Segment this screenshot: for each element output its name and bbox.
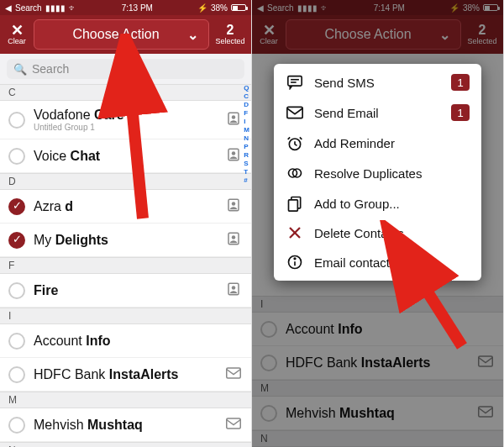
contact-row[interactable]: My Delights bbox=[0, 224, 251, 257]
select-radio[interactable] bbox=[8, 417, 25, 434]
choose-action-button[interactable]: Choose Action ⌄ bbox=[286, 19, 461, 50]
contact-name: My Delights bbox=[34, 233, 224, 248]
contact-row[interactable]: Voice Chat bbox=[0, 139, 251, 173]
section-header: M bbox=[0, 392, 251, 408]
signal-icon: ▮▮▮▮ bbox=[297, 3, 318, 13]
section-header: N bbox=[0, 442, 251, 447]
contact-row[interactable]: Mehvish Mushtaq bbox=[0, 408, 251, 442]
choose-action-label: Choose Action bbox=[324, 27, 411, 42]
index-letter[interactable]: N bbox=[244, 134, 249, 142]
email-icon bbox=[286, 106, 304, 119]
select-radio[interactable] bbox=[8, 112, 25, 129]
contact-row[interactable]: HDFC Bank InstaAlerts bbox=[252, 346, 503, 380]
chevron-down-icon: ⌄ bbox=[439, 27, 450, 43]
index-letter[interactable]: M bbox=[244, 126, 249, 134]
selected-count-button[interactable]: 2 Selected bbox=[466, 24, 498, 45]
select-radio[interactable] bbox=[260, 405, 277, 422]
menu-item-info[interactable]: Email contacts info... bbox=[274, 247, 481, 277]
info-icon bbox=[286, 254, 304, 271]
svg-rect-14 bbox=[479, 356, 493, 366]
contact-type-icon bbox=[224, 281, 243, 300]
contact-type-icon bbox=[476, 355, 495, 371]
section-header: C bbox=[0, 84, 251, 101]
index-letter[interactable]: D bbox=[244, 101, 249, 108]
section-header: D bbox=[0, 173, 251, 190]
menu-item-group[interactable]: Add to Group... bbox=[274, 188, 481, 218]
contact-name: HDFC Bank InstaAlerts bbox=[34, 367, 224, 382]
battery-pct: 38% bbox=[463, 3, 480, 13]
menu-item-email[interactable]: Send Email1 bbox=[274, 97, 481, 128]
menu-item-reminder[interactable]: Add Reminder bbox=[274, 128, 481, 158]
contact-row[interactable]: HDFC Bank InstaAlerts bbox=[0, 358, 251, 392]
contact-row[interactable]: Mehvish Mushtaq bbox=[252, 397, 503, 430]
index-letter[interactable]: S bbox=[244, 160, 249, 167]
index-strip[interactable]: QCDFIMNPRST# bbox=[244, 84, 249, 184]
back-chevron-icon[interactable]: ◀ bbox=[257, 3, 264, 13]
select-radio[interactable] bbox=[8, 366, 25, 383]
index-letter[interactable]: C bbox=[244, 92, 249, 100]
svg-rect-18 bbox=[288, 76, 302, 86]
search-bar: 🔍 Search bbox=[0, 54, 251, 84]
action-menu: Send SMS1Send Email1Add ReminderResolve … bbox=[274, 64, 481, 281]
select-radio[interactable] bbox=[260, 355, 277, 371]
svg-point-5 bbox=[232, 202, 236, 206]
section-header: M bbox=[252, 380, 503, 397]
menu-item-sms[interactable]: Send SMS1 bbox=[274, 67, 481, 97]
contact-row[interactable]: Account Info bbox=[252, 313, 503, 346]
clear-button[interactable]: ✕ Clear bbox=[257, 24, 281, 45]
contact-name: Voice Chat bbox=[34, 149, 224, 164]
svg-rect-10 bbox=[227, 368, 241, 378]
contact-name: Mehvish Mushtaq bbox=[286, 406, 476, 421]
selected-count-button[interactable]: 2 Selected bbox=[214, 24, 246, 45]
status-back-label[interactable]: Search bbox=[267, 3, 294, 13]
menu-item-label: Resolve Duplicates bbox=[314, 166, 422, 181]
index-letter[interactable]: # bbox=[244, 176, 249, 184]
selected-count: 2 bbox=[214, 24, 246, 37]
battery-pct: 38% bbox=[211, 3, 228, 13]
svg-point-7 bbox=[232, 235, 236, 239]
contact-type-icon bbox=[224, 418, 243, 433]
search-icon: 🔍 bbox=[13, 63, 27, 76]
header: ✕ Clear Choose Action ⌄ 2 Selected bbox=[0, 15, 251, 54]
signal-icon: ▮▮▮▮ bbox=[45, 3, 66, 13]
select-radio[interactable] bbox=[8, 198, 25, 215]
selected-count: 2 bbox=[466, 24, 498, 37]
contact-row[interactable]: Azra d bbox=[0, 190, 251, 224]
clear-label: Clear bbox=[5, 37, 29, 45]
select-radio[interactable] bbox=[8, 282, 25, 299]
svg-rect-15 bbox=[479, 407, 493, 417]
contact-row[interactable]: Vodafone CareUntitled Group 1 bbox=[0, 101, 251, 139]
header: ✕ Clear Choose Action ⌄ 2 Selected bbox=[252, 15, 503, 54]
contact-name: Fire bbox=[34, 283, 224, 298]
contact-row[interactable]: Fire bbox=[0, 274, 251, 308]
index-letter[interactable]: R bbox=[244, 151, 249, 159]
index-letter[interactable]: Q bbox=[244, 84, 249, 92]
delete-icon bbox=[286, 225, 304, 240]
index-letter[interactable]: I bbox=[244, 118, 249, 125]
menu-item-label: Add Reminder bbox=[314, 136, 395, 150]
contact-list[interactable]: CVodafone CareUntitled Group 1Voice Chat… bbox=[0, 84, 251, 447]
index-letter[interactable]: T bbox=[244, 168, 249, 176]
contact-row[interactable]: Account Info bbox=[0, 324, 251, 358]
select-radio[interactable] bbox=[8, 232, 25, 249]
select-radio[interactable] bbox=[260, 321, 277, 338]
status-back-label[interactable]: Search bbox=[15, 3, 42, 13]
choose-action-button[interactable]: Choose Action ⌄ bbox=[34, 19, 209, 50]
menu-item-label: Send Email bbox=[314, 106, 379, 120]
clear-button[interactable]: ✕ Clear bbox=[5, 24, 29, 45]
select-radio[interactable] bbox=[8, 333, 25, 350]
status-bar: ◀ Search ▮▮▮▮ ᯤ 7:14 PM ⚡ 38% bbox=[252, 0, 503, 15]
select-radio[interactable] bbox=[8, 148, 25, 165]
choose-action-label: Choose Action bbox=[72, 27, 159, 42]
clear-label: Clear bbox=[257, 37, 281, 45]
menu-item-resolve[interactable]: Resolve Duplicates bbox=[274, 158, 481, 188]
svg-rect-21 bbox=[287, 107, 302, 118]
back-chevron-icon[interactable]: ◀ bbox=[5, 3, 12, 13]
charging-icon: ⚡ bbox=[197, 3, 207, 13]
menu-item-delete[interactable]: Delete Contacts bbox=[274, 218, 481, 247]
search-input[interactable]: 🔍 Search bbox=[7, 59, 244, 79]
index-letter[interactable]: P bbox=[244, 143, 249, 150]
index-letter[interactable]: F bbox=[244, 109, 249, 117]
contact-name: Account Info bbox=[34, 334, 224, 349]
resolve-icon bbox=[286, 165, 304, 181]
